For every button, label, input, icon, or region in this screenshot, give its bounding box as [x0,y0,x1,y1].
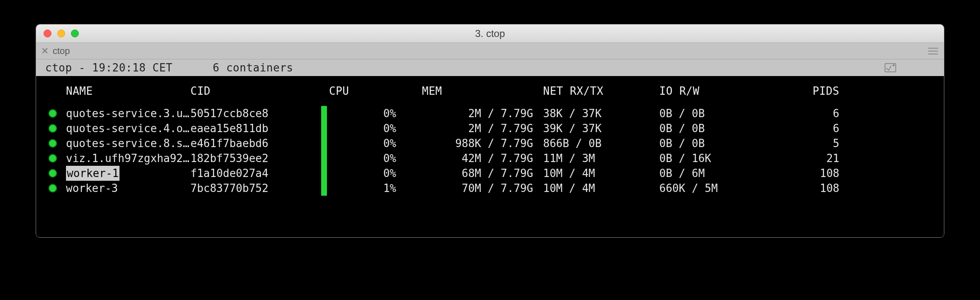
container-cid: 182bf7539ee2 [190,151,319,166]
col-pids: PIDS [790,84,839,106]
net-value: 11M / 3M [541,151,657,166]
net-value: 10M / 4M [541,181,657,196]
cpu-bar-icon [321,136,327,151]
net-value: 39K / 37K [541,121,657,136]
table-row[interactable]: quotes-service.4.ozb6…eaea15e811db0%2M /… [49,121,931,136]
table-header: NAME CID CPU MEM NET RX/TX IO R/W PIDS [49,84,931,106]
status-dot-icon [49,169,57,177]
net-value: 10M / 4M [541,166,657,181]
col-cpu: CPU [329,84,404,106]
cpu-value: 0% [329,106,404,121]
pids-value: 108 [790,166,839,181]
table-row[interactable]: quotes-service.3.uwax…50517ccb8ce80%2M /… [49,106,931,121]
cpu-value: 0% [329,166,404,181]
status-dot-icon [49,154,57,162]
container-cid: e461f7baebd6 [190,136,319,151]
app-time: 19:20:18 CET [92,61,173,74]
cpu-value: 1% [329,181,404,196]
container-count: 6 containers [213,61,293,74]
cpu-bar-icon [321,166,327,181]
container-name: worker-3 [66,181,190,196]
io-value: 660K / 5M [657,181,790,196]
container-cid: 7bc83770b752 [190,181,319,196]
tab-strip: ✕ ctop [36,43,944,59]
mem-value: 988K / 7.79G [404,136,541,151]
io-value: 0B / 6M [657,166,790,181]
status-dot-icon [49,139,57,148]
container-name: worker-1 [66,166,190,181]
mem-value: 2M / 7.79G [404,121,541,136]
desktop-backdrop: 3. ctop ✕ ctop ctop - 19:20:18 CET 6 con… [0,0,980,300]
mem-value: 2M / 7.79G [404,106,541,121]
col-mem: MEM [404,84,541,106]
pids-value: 5 [790,136,839,151]
pids-value: 21 [790,151,839,166]
io-value: 0B / 0B [657,121,790,136]
table-row[interactable]: worker-37bc83770b7521%70M / 7.79G10M / 4… [49,181,931,196]
status-dot-icon [49,184,57,192]
mem-value: 70M / 7.79G [404,181,541,196]
container-name: quotes-service.8.s8w4… [66,136,190,151]
cpu-bar-icon [321,181,327,196]
mem-value: 68M / 7.79G [404,166,541,181]
cpu-value: 0% [329,136,404,151]
col-io: IO R/W [657,84,790,106]
col-net: NET RX/TX [541,84,657,106]
net-value: 38K / 37K [541,106,657,121]
status-dot-icon [49,109,57,118]
container-name: viz.1.ufh97zgxha92pc0… [66,151,190,166]
pids-value: 6 [790,106,839,121]
window-titlebar: 3. ctop [36,25,944,43]
cpu-bar-icon [321,151,327,166]
app-sep: - [72,61,92,74]
pids-value: 108 [790,181,839,196]
table-row[interactable]: quotes-service.8.s8w4…e461f7baebd60%988K… [49,136,931,151]
app-header: ctop - 19:20:18 CET 6 containers [36,59,944,76]
tray-icon[interactable] [885,38,938,97]
mem-value: 42M / 7.79G [404,151,541,166]
cpu-bar-icon [321,121,327,136]
container-name: quotes-service.4.ozb6… [66,121,190,136]
app-name: ctop [45,61,72,74]
status-dot-icon [49,124,57,133]
io-value: 0B / 16K [657,151,790,166]
container-cid: f1a10de027a4 [190,166,319,181]
cpu-bar-icon [321,106,327,121]
app-gap [173,61,213,74]
cpu-value: 0% [329,151,404,166]
tab-close-icon[interactable]: ✕ [41,47,49,56]
svg-point-4 [892,64,895,66]
window-title: 3. ctop [36,29,944,39]
col-name: NAME [66,84,190,106]
tab-label[interactable]: ctop [53,47,70,56]
table-row[interactable]: worker-1f1a10de027a40%68M / 7.79G10M / 4… [49,166,931,181]
container-cid: eaea15e811db [190,121,319,136]
container-name: quotes-service.3.uwax… [66,106,190,121]
net-value: 866B / 0B [541,136,657,151]
cpu-value: 0% [329,121,404,136]
io-value: 0B / 0B [657,106,790,121]
terminal-body[interactable]: NAME CID CPU MEM NET RX/TX IO R/W PIDS q… [36,76,944,237]
container-cid: 50517ccb8ce8 [190,106,319,121]
table-row[interactable]: viz.1.ufh97zgxha92pc0…182bf7539ee20%42M … [49,151,931,166]
io-value: 0B / 0B [657,136,790,151]
col-cid: CID [190,84,319,106]
terminal-window: 3. ctop ✕ ctop ctop - 19:20:18 CET 6 con… [36,24,944,238]
pids-value: 6 [790,121,839,136]
